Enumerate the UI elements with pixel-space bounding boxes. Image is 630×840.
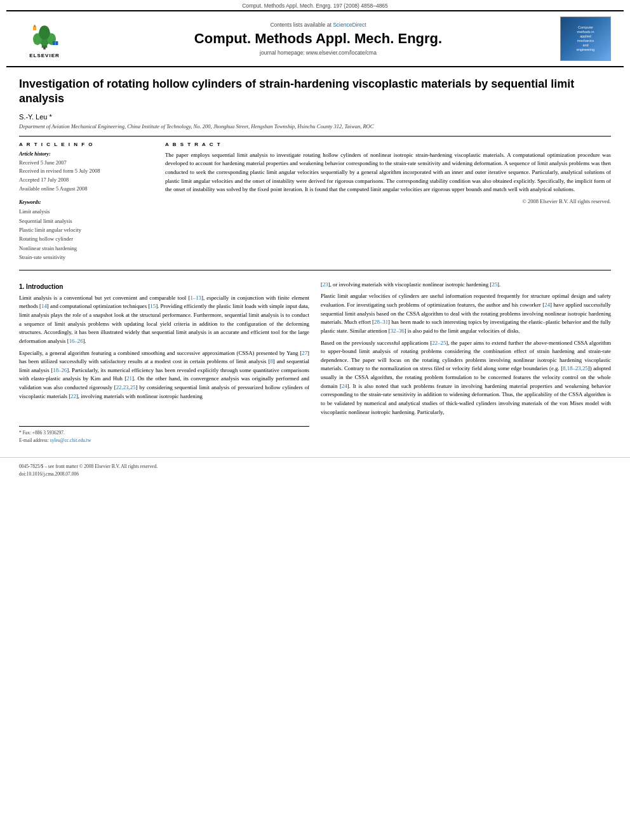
author-affiliation: Department of Aviation Mechanical Engine…: [19, 123, 611, 130]
keyword-3: Plastic limit angular velocity: [19, 225, 152, 234]
history-revised: Received in revised form 5 July 2008: [19, 167, 152, 176]
copyright-notice: © 2008 Elsevier B.V. All rights reserved…: [165, 198, 611, 204]
history-received: Received 5 June 2007: [19, 159, 152, 168]
divider-after-affiliation: [19, 136, 611, 137]
abstract-label: A B S T R A C T: [165, 142, 611, 147]
footer-doi: doi:10.1016/j.cma.2008.07.006: [19, 470, 611, 478]
journal-center-info: Contents lists available at ScienceDirec…: [76, 22, 560, 56]
keyword-5: Nonlinear strain hardening: [19, 244, 152, 253]
elsevier-wordmark: ELSEVIER: [29, 53, 60, 58]
intro-para-1: Limit analysis is a conventional but yet…: [19, 294, 309, 346]
footnote-fax: * Fax: +886 3 5936297.: [19, 429, 309, 437]
article-info-label: A R T I C L E I N F O: [19, 142, 152, 147]
elsevier-logo-container: ELSEVIER: [13, 20, 76, 58]
intro-para-5: Based on the previously successful appli…: [321, 339, 611, 417]
svg-rect-7: [34, 25, 36, 27]
history-accepted: Accepted 17 July 2008: [19, 176, 152, 185]
footer-issn: 0045-7825/$ – see front matter © 2008 El…: [19, 463, 611, 470]
author-name: S.-Y. Leu *: [19, 113, 611, 121]
intro-heading: 1. Introduction: [19, 283, 309, 290]
footer: 0045-7825/$ – see front matter © 2008 El…: [0, 457, 630, 481]
history-available: Available online 5 August 2008: [19, 185, 152, 194]
intro-para-2: Especially, a general algorithm featurin…: [19, 349, 309, 401]
keyword-6: Strain-rate sensitivity: [19, 253, 152, 262]
sciencedirect-link[interactable]: ScienceDirect: [333, 22, 366, 28]
article-history-label: Article history:: [19, 151, 152, 157]
divider-after-abstract: [19, 270, 611, 270]
keyword-4: Rotating hollow cylinder: [19, 234, 152, 243]
abstract-col: A B S T R A C T The paper employs sequen…: [165, 142, 611, 262]
article-info-abstract: A R T I C L E I N F O Article history: R…: [19, 142, 611, 262]
keyword-1: Limit analysis: [19, 207, 152, 216]
body-col-right: [23], or involving materials with viscop…: [321, 281, 611, 445]
sciencedirect-label: Contents lists available at ScienceDirec…: [83, 22, 554, 28]
journal-cover-image: Computer methods in applied mechanics an…: [560, 17, 611, 61]
contents-label: Contents lists available at: [270, 22, 331, 28]
email-link[interactable]: syleu@cc.chit.edu.tw: [50, 437, 91, 443]
abstract-text: The paper employs sequential limit analy…: [165, 151, 611, 194]
svg-point-4: [39, 25, 50, 39]
article-content: Investigation of rotating hollow cylinde…: [0, 67, 630, 451]
svg-rect-5: [43, 46, 45, 49]
article-title: Investigation of rotating hollow cylinde…: [19, 77, 611, 107]
journal-title-display: Comput. Methods Appl. Mech. Engrg.: [83, 30, 554, 47]
intro-para-3: [23], or involving materials with viscop…: [321, 281, 611, 290]
body-col-left: 1. Introduction Limit analysis is a conv…: [19, 281, 309, 445]
keywords-label: Keywords:: [19, 199, 152, 205]
journal-homepage-label: journal homepage: www.elsevier.com/locat…: [83, 50, 554, 56]
keyword-2: Sequential limit analysis: [19, 217, 152, 225]
body-columns: 1. Introduction Limit analysis is a conv…: [19, 281, 611, 445]
top-bar: Comput. Methods Appl. Mech. Engrg. 197 (…: [0, 0, 630, 10]
citation-text: Comput. Methods Appl. Mech. Engrg. 197 (…: [242, 3, 388, 9]
article-info-col: A R T I C L E I N F O Article history: R…: [19, 142, 152, 262]
intro-para-4: Plastic limit angular velocities of cyli…: [321, 292, 611, 335]
footnote-separator: * Fax: +886 3 5936297. E-mail address: s…: [19, 426, 309, 444]
svg-rect-6: [33, 26, 36, 30]
journal-cover-container: Computer methods in applied mechanics an…: [560, 17, 617, 61]
elsevier-tree-icon: [25, 20, 64, 51]
footnote-email: E-mail address: syleu@cc.chit.edu.tw: [19, 437, 309, 444]
journal-header: ELSEVIER Contents lists available at Sci…: [6, 10, 624, 67]
